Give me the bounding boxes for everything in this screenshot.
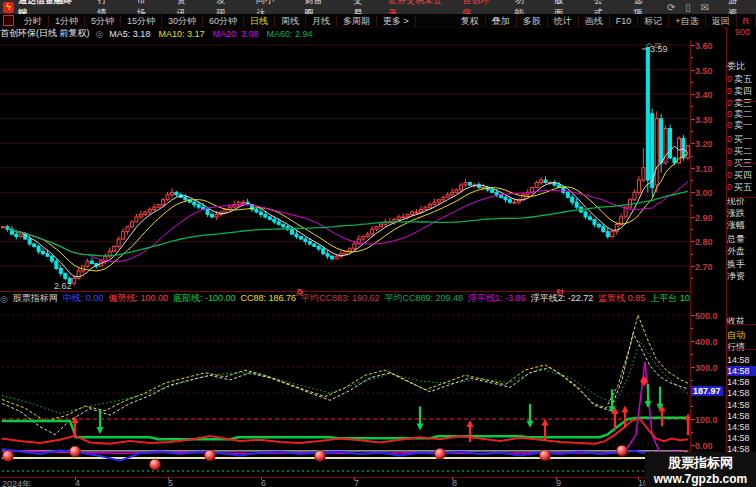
refresh-icon[interactable]: ⟳ (662, 2, 680, 13)
sidebar-row-净资[interactable]: 净资 (727, 270, 756, 283)
sidebar-row-涨幅[interactable]: 涨幅 (727, 219, 756, 232)
sidebar-time-row[interactable]: 14:58 (727, 411, 756, 421)
toolbar-button-复权[interactable]: 复权 (455, 15, 486, 27)
period-tab-30分钟[interactable]: 30分钟 (162, 15, 203, 27)
toolbar-button-画线[interactable]: 画线 (579, 15, 610, 27)
sidebar-row-买五[interactable]: 0买五 (727, 181, 756, 194)
candle-body (264, 214, 267, 216)
sell-arrow-head (417, 423, 424, 430)
candle-body (589, 217, 592, 219)
diamond-tool-icon[interactable]: ◇ (646, 41, 652, 50)
price-axis-label: 3.20 (695, 139, 713, 149)
indicator-value: 平均CC883: 190.62 (301, 293, 380, 303)
candle-body (317, 246, 320, 248)
sidebar-label: 卖四 (734, 86, 752, 96)
sidebar-time-row[interactable]: 14:58 (727, 377, 756, 387)
sidebar-zero-value: 0 (727, 86, 732, 96)
quote-sidebar[interactable]: 900 委比0卖五0卖四0卖三0卖二0卖一0买一0买二0买三0买四0买五现价涨跌… (727, 27, 756, 487)
period-tab-月线[interactable]: 月线 (306, 15, 337, 27)
mobile-icon[interactable]: ▯ (680, 2, 696, 13)
sidebar-label: 买四 (734, 170, 752, 180)
period-tab-分时[interactable]: 分时 (18, 15, 49, 27)
candle-body (446, 195, 449, 197)
candle-body (397, 217, 400, 219)
sidebar-time-row[interactable]: 14:58 (727, 355, 756, 365)
toolbar-button-统计[interactable]: 统计 (548, 15, 579, 27)
candle-body (535, 183, 538, 188)
series-cc889-dotted-green (2, 341, 688, 413)
candle-body (162, 200, 165, 205)
indicator-axis-label: 400.0 (695, 337, 718, 347)
toolbar-button-标记[interactable]: 标记 (638, 15, 669, 27)
candle-body (291, 229, 294, 234)
candle-body (468, 183, 471, 185)
period-tab-日线[interactable]: 日线 (244, 15, 275, 27)
candle-body (455, 190, 458, 192)
candle-body (157, 205, 160, 207)
indicator-value: 浮平线1: -3.86 (468, 293, 526, 303)
date-axis[interactable]: 2024年 45678910 (0, 477, 726, 487)
sidebar-time-row[interactable]: 14:58 (727, 400, 756, 410)
candle-body (402, 217, 405, 218)
period-tabs: 分时1分钟5分钟15分钟30分钟60分钟日线周线月线多周期更多 > (18, 15, 416, 27)
period-tab-1分钟[interactable]: 1分钟 (49, 15, 85, 27)
candle-body (508, 200, 511, 202)
sidebar-time-row[interactable]: 14:58 (727, 366, 756, 376)
sidebar-label: 卖三 (734, 98, 752, 108)
candle-body (575, 202, 578, 207)
indicator-axis-label: 500.0 (695, 311, 718, 321)
candle-body (268, 217, 271, 219)
period-tab-更多 >[interactable]: 更多 > (377, 15, 416, 27)
month-tick (638, 477, 639, 480)
mail-icon[interactable]: ✉ (696, 2, 714, 13)
candle-body (362, 237, 365, 239)
sidebar-time-row[interactable]: 14:58 (727, 422, 756, 432)
sidebar-time-row[interactable]: 14:58 (727, 433, 756, 443)
candle-body (153, 207, 156, 209)
price-axis-label: 3.30 (695, 115, 713, 125)
candle-body (197, 205, 200, 207)
candle-body (584, 212, 587, 217)
candle-body (55, 261, 58, 268)
main-candlestick-chart[interactable]: 3.592.62 (0, 40, 690, 291)
ma-line-60 (7, 191, 687, 256)
sidebar-row-行情[interactable]: 行情 (727, 341, 756, 354)
chart-tool-icons[interactable]: ◇ ⊡ (646, 41, 661, 50)
candle-body (335, 256, 338, 258)
candle-body (642, 168, 645, 180)
series-main-red-line (2, 419, 688, 444)
sidebar-row-委比[interactable]: 委比 (727, 60, 756, 73)
sidebar-row-卖一[interactable]: 0卖一 (727, 119, 756, 132)
toolbar-button-+自选[interactable]: +自选 (669, 15, 705, 27)
candle-body (313, 244, 316, 246)
indicator-toggle-icon[interactable]: ◎ (0, 294, 8, 304)
signal-ball (435, 448, 446, 459)
toolbar-button-叠加[interactable]: 叠加 (486, 15, 517, 27)
indicator-dropdown-icon[interactable]: ◎ (96, 29, 104, 39)
sidebar-row-收益[interactable]: 收益 (727, 315, 756, 328)
candle-body (28, 239, 31, 244)
candle-body (19, 234, 22, 236)
period-tab-15分钟[interactable]: 15分钟 (121, 15, 162, 27)
period-tab-5分钟[interactable]: 5分钟 (85, 15, 121, 27)
candle-body (299, 237, 302, 239)
sidebar-time-row[interactable]: 14:58 (727, 388, 756, 398)
toolbar-button-F10[interactable]: F10 (610, 15, 639, 27)
candle-body (655, 119, 658, 185)
period-tab-60分钟[interactable]: 60分钟 (203, 15, 244, 27)
period-tab-周线[interactable]: 周线 (275, 15, 306, 27)
toolbar-button-返回[interactable]: 返回 (706, 15, 737, 27)
candle-body (375, 227, 378, 229)
chart-mode-icon[interactable] (3, 15, 14, 26)
candle-body (326, 254, 329, 256)
candle-body (660, 119, 663, 163)
toolbar-button-R[interactable]: R (737, 15, 756, 27)
sidebar-zero-value: 0 (727, 120, 732, 130)
sidebar-row-外盘[interactable]: 外盘 (727, 245, 756, 258)
month-tick (261, 477, 262, 480)
indicator-axis-label: 100.0 (695, 415, 718, 425)
toolbar-button-多股[interactable]: 多股 (517, 15, 548, 27)
maximize-icon[interactable]: ⊡ (654, 41, 661, 50)
period-tab-多周期[interactable]: 多周期 (337, 15, 377, 27)
indicator-chart[interactable] (0, 305, 690, 477)
